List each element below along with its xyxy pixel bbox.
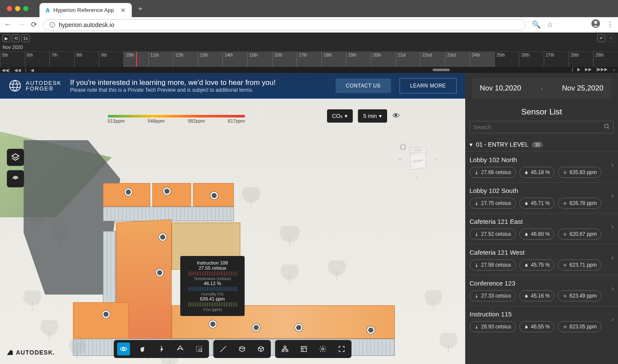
sensor-item[interactable]: Instruction 115›26.93 celsius46.55 %623.… — [465, 306, 618, 337]
timeline-step-prev-icon[interactable]: ◀ — [30, 68, 34, 72]
timeline-step-next-icon[interactable]: | — [572, 67, 573, 73]
timeline-tick[interactable]: 9th — [99, 52, 124, 67]
properties-button[interactable] — [297, 343, 310, 355]
timeline-redo-button[interactable]: ↷ — [607, 34, 615, 42]
sensor-item[interactable]: Lobby 102 North›27.66 celsius45.18 %635.… — [465, 151, 618, 182]
timeline-tick[interactable]: 5th — [0, 52, 25, 67]
sensor-tool-button[interactable] — [7, 170, 24, 187]
temp-pill[interactable]: 27.75 celsius — [470, 198, 516, 209]
url-field[interactable]: hyperion.autodesk.io — [43, 19, 526, 30]
co2-pill[interactable]: 623.71 ppm — [558, 259, 601, 271]
co2-pill[interactable]: 623.49 ppm — [558, 290, 601, 301]
new-tab-button[interactable]: ＋ — [137, 4, 144, 13]
timeline-playhead[interactable] — [136, 52, 137, 67]
tab-close-icon[interactable]: ✕ — [121, 7, 126, 14]
timeline-scrollbar-thumb[interactable] — [433, 69, 450, 71]
sensor-item[interactable]: Cafeteria 121 East›27.52 celsius46.80 %6… — [465, 213, 618, 244]
camera-tool-button[interactable] — [174, 343, 187, 355]
section-tool-button[interactable] — [236, 343, 248, 355]
timeline-tick[interactable]: 28th — [569, 52, 594, 67]
timeline-step-fwd-many-icon[interactable]: ▶▶ — [585, 67, 592, 73]
viewer-canvas[interactable]: Instruction 108 27.55 celsius Temperatur… — [0, 102, 465, 364]
timeline-step-fwd-icon[interactable]: ▶ — [577, 67, 581, 73]
viewcube[interactable]: FRONT TOP W E S — [401, 144, 435, 179]
profile-icon[interactable] — [591, 19, 600, 30]
minimize-window-button[interactable] — [15, 6, 20, 11]
temp-pill[interactable]: 27.52 celsius — [470, 229, 516, 240]
sensor-marker[interactable] — [156, 269, 164, 277]
timeline-tick[interactable]: 6th — [25, 52, 50, 67]
orbit-tool-button[interactable] — [117, 343, 130, 355]
sensor-marker[interactable] — [210, 192, 218, 199]
co2-pill[interactable]: 623.05 ppm — [558, 321, 601, 332]
contact-us-button[interactable]: CONTACT US — [336, 78, 391, 93]
interval-dropdown[interactable]: 5 min ▾ — [358, 109, 387, 123]
timeline-skip-end-icon[interactable]: |▶▶▶ — [596, 67, 608, 73]
timeline-step-back-many-icon[interactable]: ◀◀ — [14, 68, 21, 72]
timeline-selection-range[interactable] — [124, 52, 494, 67]
temp-pill[interactable]: 26.93 celsius — [470, 321, 516, 332]
temp-pill[interactable]: 27.58 celsius — [470, 259, 516, 271]
search-input[interactable] — [473, 124, 603, 130]
timeline-loop-button[interactable]: ⟲ — [12, 34, 20, 42]
timeline-tick[interactable]: 7th — [49, 52, 74, 67]
layers-tool-button[interactable] — [7, 149, 24, 166]
learn-more-button[interactable]: LEARN MORE — [400, 78, 457, 93]
timeline-ruler[interactable]: 5th6th7th8th9th10th11th12th13th14th15th1… — [0, 51, 618, 67]
browser-menu-icon[interactable]: ⋮ — [606, 20, 614, 29]
timeline-tick[interactable]: 25th — [494, 52, 519, 67]
humidity-pill[interactable]: 45.71 % — [519, 198, 554, 209]
browser-tab[interactable]: A Hyperion Reference App ✕ — [39, 3, 132, 17]
sensor-item[interactable]: Lobby 102 South›27.75 celsius45.71 %626.… — [465, 182, 618, 213]
sensor-marker[interactable] — [159, 233, 167, 241]
sensor-marker[interactable] — [124, 188, 132, 196]
parameter-dropdown[interactable]: CO₂ ▾ — [327, 109, 353, 123]
sensor-item[interactable]: Cafeteria 121 West›27.58 celsius45.75 %6… — [465, 244, 618, 275]
timeline-add-icon[interactable]: ＋ — [612, 67, 616, 73]
explode-tool-button[interactable] — [254, 343, 267, 355]
timeline-undo-button[interactable]: ↶ — [597, 34, 605, 42]
sensor-item[interactable]: Conference 123›27.33 celsius45.16 %623.4… — [465, 275, 618, 306]
humidity-pill[interactable]: 45.18 % — [519, 167, 554, 178]
humidity-pill[interactable]: 45.75 % — [519, 259, 554, 271]
timeline-tick[interactable]: 27th — [544, 52, 569, 67]
co2-pill[interactable]: 635.83 ppm — [558, 167, 601, 178]
sensor-marker[interactable] — [209, 320, 217, 328]
model-tree-button[interactable] — [279, 343, 291, 355]
co2-pill[interactable]: 620.67 ppm — [558, 229, 601, 240]
date-range-picker[interactable]: Nov 10,2020 › Nov 25,2020 — [472, 78, 611, 99]
maximize-window-button[interactable] — [23, 6, 28, 11]
sensor-marker[interactable] — [163, 187, 171, 195]
search-icon[interactable] — [603, 123, 610, 131]
humidity-pill[interactable]: 46.55 % — [519, 321, 554, 332]
visibility-toggle-icon[interactable]: 👁 — [392, 111, 400, 120]
measure-tool-button[interactable] — [217, 343, 230, 355]
sensor-marker[interactable] — [367, 326, 375, 334]
timeline-tick[interactable]: 8th — [74, 52, 99, 67]
settings-button[interactable] — [316, 343, 329, 355]
walk-tool-button[interactable] — [155, 343, 168, 355]
humidity-pill[interactable]: 46.80 % — [519, 229, 554, 240]
timeline-step-back-icon[interactable]: | — [25, 68, 27, 72]
close-window-button[interactable] — [7, 6, 12, 11]
pan-tool-button[interactable] — [136, 343, 149, 355]
sensor-marker[interactable] — [102, 310, 110, 318]
temp-pill[interactable]: 27.66 celsius — [470, 167, 516, 178]
fullscreen-button[interactable] — [335, 343, 348, 355]
co2-pill[interactable]: 626.78 ppm — [558, 198, 601, 209]
timeline-tick[interactable]: 29th — [593, 52, 618, 67]
sensor-marker[interactable] — [295, 324, 303, 331]
reload-button[interactable]: ⟳ — [31, 20, 37, 29]
zoom-icon[interactable]: 🔍 — [532, 20, 541, 29]
forward-button[interactable]: → — [18, 20, 25, 29]
fit-tool-button[interactable] — [193, 343, 206, 355]
timeline-tick[interactable]: 26th — [519, 52, 544, 67]
timeline-play-button[interactable]: ▶ — [3, 34, 10, 42]
timeline-skip-start-icon[interactable]: ◀◀| — [2, 68, 10, 72]
back-button[interactable]: ← — [4, 20, 12, 29]
temp-pill[interactable]: 27.33 celsius — [470, 290, 516, 301]
humidity-pill[interactable]: 45.16 % — [519, 290, 554, 301]
sensor-marker[interactable] — [252, 324, 260, 331]
bookmark-icon[interactable]: ☆ — [547, 20, 553, 29]
timeline-speed-button[interactable]: 1x — [21, 34, 30, 42]
